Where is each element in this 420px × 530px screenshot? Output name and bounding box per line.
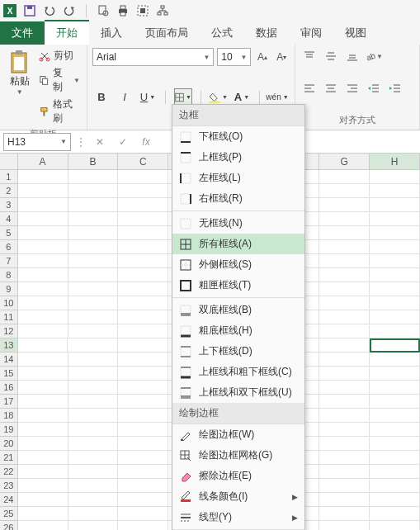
tab-formulas[interactable]: 公式 bbox=[200, 21, 244, 45]
cell[interactable] bbox=[370, 493, 420, 507]
cell[interactable] bbox=[319, 212, 370, 226]
cell[interactable] bbox=[370, 381, 420, 395]
cell[interactable] bbox=[319, 381, 370, 395]
border-menu-item[interactable]: 下框线(O) bbox=[172, 126, 304, 147]
fx-icon[interactable]: fx bbox=[137, 133, 155, 151]
cell[interactable] bbox=[68, 184, 119, 198]
column-header[interactable]: A bbox=[18, 154, 68, 170]
cell[interactable] bbox=[370, 296, 420, 310]
cell[interactable] bbox=[319, 296, 370, 310]
row-header[interactable]: 16 bbox=[0, 381, 18, 395]
cell[interactable] bbox=[68, 296, 119, 310]
cell[interactable] bbox=[18, 353, 68, 367]
column-header[interactable]: G bbox=[319, 154, 370, 170]
cell[interactable] bbox=[118, 521, 168, 530]
row-header[interactable]: 24 bbox=[0, 493, 18, 507]
cell[interactable] bbox=[18, 310, 68, 324]
cell[interactable] bbox=[18, 465, 68, 479]
cell[interactable] bbox=[18, 381, 68, 395]
cell[interactable] bbox=[18, 198, 68, 212]
cell[interactable] bbox=[319, 240, 370, 254]
row-header[interactable]: 11 bbox=[0, 310, 18, 324]
cell[interactable] bbox=[370, 367, 420, 381]
row-header[interactable]: 15 bbox=[0, 367, 18, 381]
cancel-icon[interactable]: ✕ bbox=[91, 133, 109, 151]
cell[interactable] bbox=[370, 409, 420, 423]
align-top-icon[interactable] bbox=[300, 48, 319, 64]
increase-font-icon[interactable]: A▴ bbox=[254, 49, 270, 65]
cell[interactable] bbox=[370, 353, 420, 367]
cell[interactable] bbox=[118, 254, 168, 268]
cell[interactable] bbox=[118, 212, 168, 226]
cell[interactable] bbox=[319, 226, 370, 240]
underline-button[interactable]: U▼ bbox=[139, 88, 157, 106]
cell[interactable] bbox=[319, 282, 370, 296]
cell[interactable] bbox=[370, 521, 420, 530]
row-header[interactable]: 2 bbox=[0, 184, 18, 198]
cell[interactable] bbox=[68, 367, 119, 381]
row-header[interactable]: 6 bbox=[0, 240, 18, 254]
cell[interactable] bbox=[319, 521, 370, 530]
cell[interactable] bbox=[68, 240, 119, 254]
orientation-icon[interactable]: ab▼ bbox=[365, 48, 383, 64]
cell[interactable] bbox=[118, 240, 168, 254]
row-header[interactable]: 9 bbox=[0, 282, 18, 296]
cell[interactable] bbox=[319, 198, 370, 212]
border-menu-item[interactable]: 上框线和粗下框线(C) bbox=[172, 362, 304, 382]
org-chart-icon[interactable] bbox=[156, 4, 169, 17]
row-header[interactable]: 18 bbox=[0, 409, 18, 423]
cell[interactable] bbox=[118, 170, 168, 184]
align-right-icon[interactable] bbox=[343, 80, 361, 97]
cell[interactable] bbox=[68, 479, 119, 493]
row-header[interactable]: 19 bbox=[0, 423, 18, 437]
cell[interactable] bbox=[18, 367, 68, 381]
print-preview-icon[interactable] bbox=[97, 4, 110, 17]
row-header[interactable]: 17 bbox=[0, 395, 18, 409]
cell[interactable] bbox=[68, 338, 118, 353]
cell[interactable] bbox=[118, 479, 168, 493]
cell[interactable] bbox=[319, 338, 370, 353]
column-header[interactable]: B bbox=[68, 154, 119, 170]
cell[interactable] bbox=[18, 423, 68, 437]
cell[interactable] bbox=[370, 198, 420, 212]
tab-page-layout[interactable]: 页面布局 bbox=[134, 21, 200, 45]
cell[interactable] bbox=[18, 409, 68, 423]
cell[interactable] bbox=[370, 282, 420, 296]
cell[interactable] bbox=[68, 324, 119, 338]
cell[interactable] bbox=[118, 395, 168, 409]
cell[interactable] bbox=[18, 479, 68, 493]
copy-button[interactable]: 复制▼ bbox=[37, 65, 82, 95]
align-center-icon[interactable] bbox=[322, 80, 340, 97]
row-header[interactable]: 22 bbox=[0, 465, 18, 479]
paste-button[interactable]: 粘贴 ▼ bbox=[5, 48, 34, 126]
cell[interactable] bbox=[118, 310, 168, 324]
row-header[interactable]: 8 bbox=[0, 268, 18, 282]
cell[interactable] bbox=[118, 184, 168, 198]
border-menu-item[interactable]: 右框线(R) bbox=[172, 188, 304, 209]
cell[interactable] bbox=[118, 451, 168, 465]
undo-icon[interactable] bbox=[43, 4, 56, 17]
row-header[interactable]: 7 bbox=[0, 254, 18, 268]
cell[interactable] bbox=[68, 353, 119, 367]
cell[interactable] bbox=[68, 493, 119, 507]
cell[interactable] bbox=[118, 423, 168, 437]
cell[interactable] bbox=[319, 184, 370, 198]
cell[interactable] bbox=[370, 254, 420, 268]
cell[interactable] bbox=[18, 296, 68, 310]
select-all-corner[interactable] bbox=[0, 154, 18, 170]
border-menu-item[interactable]: 无框线(N) bbox=[172, 213, 304, 234]
border-menu-item[interactable]: 线型(Y)▶ bbox=[172, 507, 304, 528]
cell[interactable] bbox=[68, 437, 119, 451]
cell[interactable] bbox=[319, 367, 370, 381]
name-box[interactable]: H13▼ bbox=[3, 133, 71, 151]
cell[interactable] bbox=[68, 282, 119, 296]
print-area-icon[interactable] bbox=[136, 4, 149, 17]
cell[interactable] bbox=[18, 170, 68, 184]
cell[interactable] bbox=[118, 296, 168, 310]
border-menu-item[interactable]: 所有框线(A) bbox=[172, 234, 304, 254]
cell[interactable] bbox=[68, 254, 119, 268]
cell[interactable] bbox=[68, 268, 119, 282]
cell[interactable] bbox=[319, 170, 370, 184]
cell[interactable] bbox=[370, 324, 420, 338]
row-header[interactable]: 23 bbox=[0, 479, 18, 493]
